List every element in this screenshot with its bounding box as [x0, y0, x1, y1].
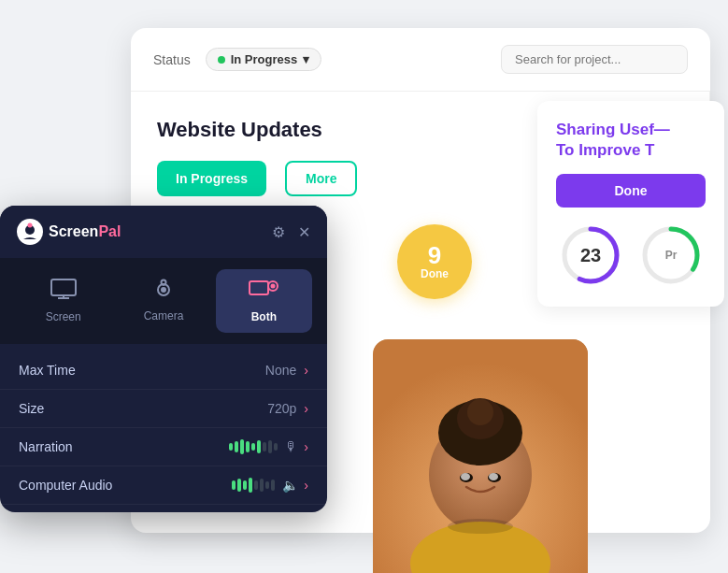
tab-camera[interactable]: Camera: [115, 269, 211, 333]
chevron-down-icon: ▾: [303, 52, 309, 66]
comp-audio-bar-4: [249, 478, 252, 493]
comp-audio-bar-8: [271, 480, 275, 491]
svg-point-16: [489, 473, 498, 480]
size-value: 720p: [267, 401, 296, 416]
comp-audio-bar-6: [260, 479, 264, 492]
tab-both[interactable]: Both: [216, 269, 312, 333]
max-time-value: None: [265, 363, 296, 378]
person-silhouette-svg: [373, 339, 588, 573]
screenpal-header: ScreenPal ⚙ ✕: [0, 206, 327, 258]
done-button[interactable]: Done: [556, 174, 706, 208]
computer-audio-arrow[interactable]: ›: [304, 478, 308, 493]
in-progress-button[interactable]: In Progress: [157, 161, 266, 196]
camera-icon-svg: [150, 279, 177, 299]
audio-bar-3: [240, 439, 244, 454]
screen-icon: [50, 279, 77, 305]
status-badge[interactable]: In Progress ▾: [206, 48, 322, 71]
mic-icon: 🎙: [285, 439, 298, 454]
svg-rect-27: [250, 281, 268, 294]
svg-point-19: [28, 223, 33, 228]
comp-audio-bar-2: [237, 479, 241, 492]
comp-audio-bar-7: [265, 481, 269, 489]
screenpal-panel: ScreenPal ⚙ ✕ Screen: [0, 206, 327, 512]
size-arrow[interactable]: ›: [304, 401, 308, 416]
search-input[interactable]: [501, 45, 688, 74]
audio-bar-4: [246, 441, 250, 452]
tab-screen-label: Screen: [46, 310, 81, 323]
sharing-panel: Sharing Usef—To Improve T Done 23 Pr: [537, 101, 724, 307]
comp-audio-bar-1: [232, 480, 236, 490]
status-value: In Progress: [231, 52, 298, 66]
audio-bar-1: [229, 443, 233, 451]
computer-audio-row: Computer Audio 🔈 ›: [0, 466, 327, 505]
comp-audio-bar-5: [254, 480, 258, 490]
close-icon[interactable]: ✕: [298, 223, 310, 241]
circle-stats-row: 23 Pr: [556, 222, 706, 288]
size-row: Size 720p ›: [0, 390, 327, 428]
status-label: Status: [153, 52, 191, 67]
audio-bar-7: [263, 442, 266, 451]
svg-point-26: [161, 280, 165, 285]
tab-screen[interactable]: Screen: [15, 269, 111, 333]
narration-arrow[interactable]: ›: [304, 439, 308, 454]
max-time-label: Max Time: [19, 363, 265, 378]
screenpal-pal-text: Pal: [98, 223, 121, 239]
gear-icon[interactable]: ⚙: [272, 223, 285, 241]
narration-audio-bars: [229, 439, 278, 454]
size-label: Size: [19, 401, 267, 416]
circle-stat-2: Pr: [638, 222, 704, 288]
audio-bar-6: [257, 440, 261, 453]
panel-header: Status In Progress ▾: [131, 28, 710, 92]
circle-number: 23: [580, 245, 601, 266]
svg-point-10: [467, 399, 493, 425]
both-icon-svg: [249, 279, 278, 299]
svg-point-29: [271, 284, 276, 289]
svg-point-15: [461, 473, 470, 480]
narration-row: Narration 🎙 ›: [0, 428, 327, 466]
screenpal-logo: ScreenPal: [17, 219, 121, 245]
screenpal-name: ScreenPal: [49, 223, 121, 240]
max-time-arrow[interactable]: ›: [304, 363, 308, 378]
settings-area: Max Time None › Size 720p › Narration: [0, 344, 327, 512]
tab-selector: Screen Camera Bot: [0, 258, 327, 344]
done-badge: 9 Done: [397, 224, 472, 299]
circle-2-label: Pr: [665, 249, 678, 262]
sharing-title: Sharing Usef—To Improve T: [556, 120, 706, 161]
more-button[interactable]: More: [285, 161, 357, 196]
status-dot: [218, 56, 225, 64]
audio-bar-5: [251, 443, 255, 451]
audio-bar-2: [235, 441, 238, 452]
screenpal-icon-svg: [17, 219, 43, 245]
audio-bar-9: [274, 443, 278, 451]
both-icon: [249, 279, 278, 305]
person-photo: [373, 339, 588, 573]
camera-icon: [150, 279, 177, 304]
computer-audio-bars: [232, 478, 275, 493]
computer-audio-label: Computer Audio: [19, 478, 232, 493]
speaker-icon: 🔈: [282, 478, 298, 493]
comp-audio-bar-3: [243, 480, 247, 490]
svg-point-12: [448, 519, 513, 534]
screenpal-screen-text: Screen: [49, 223, 98, 239]
screen-icon-svg: [50, 279, 77, 299]
circle-stat-1: 23: [558, 222, 623, 288]
done-badge-label: Done: [421, 267, 449, 280]
audio-bar-8: [268, 440, 272, 453]
done-badge-number: 9: [428, 243, 441, 267]
header-actions: ⚙ ✕: [272, 223, 310, 241]
tab-both-label: Both: [251, 310, 277, 323]
svg-rect-20: [51, 279, 76, 295]
max-time-row: Max Time None ›: [0, 351, 327, 390]
svg-point-25: [161, 287, 166, 293]
tab-camera-label: Camera: [144, 309, 184, 322]
narration-label: Narration: [19, 439, 229, 454]
